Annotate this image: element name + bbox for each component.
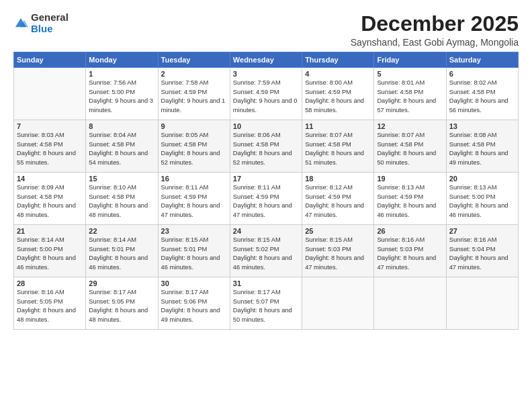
calendar-cell: 6Sunrise: 8:02 AM Sunset: 4:58 PM Daylig…: [446, 68, 518, 120]
calendar-body: 1Sunrise: 7:56 AM Sunset: 5:00 PM Daylig…: [14, 68, 519, 330]
day-info: Sunrise: 8:12 AM Sunset: 4:59 PM Dayligh…: [305, 183, 371, 220]
day-info: Sunrise: 8:16 AM Sunset: 5:03 PM Dayligh…: [377, 236, 443, 272]
day-number: 31: [233, 279, 299, 287]
day-number: 29: [89, 279, 154, 287]
header: General Blue December 2025 Saynshand, Ea…: [13, 12, 519, 48]
calendar-cell: 5Sunrise: 8:01 AM Sunset: 4:58 PM Daylig…: [374, 68, 446, 120]
calendar-cell: [374, 277, 446, 330]
day-info: Sunrise: 8:16 AM Sunset: 5:04 PM Dayligh…: [449, 236, 515, 272]
location-subtitle: Saynshand, East Gobi Aymag, Mongolia: [351, 37, 519, 48]
day-info: Sunrise: 8:11 AM Sunset: 4:59 PM Dayligh…: [233, 183, 299, 220]
calendar-cell: 12Sunrise: 8:07 AM Sunset: 4:58 PM Dayli…: [374, 120, 446, 173]
calendar-header: Sunday Monday Tuesday Wednesday Thursday…: [14, 52, 519, 68]
day-info: Sunrise: 8:04 AM Sunset: 4:58 PM Dayligh…: [89, 131, 154, 167]
month-title: December 2025: [351, 12, 519, 36]
day-info: Sunrise: 8:16 AM Sunset: 5:05 PM Dayligh…: [17, 288, 83, 324]
header-friday: Friday: [374, 52, 446, 68]
calendar-cell: 17Sunrise: 8:11 AM Sunset: 4:59 PM Dayli…: [230, 173, 302, 225]
day-number: 9: [161, 122, 227, 130]
day-info: Sunrise: 8:13 AM Sunset: 5:00 PM Dayligh…: [449, 183, 515, 220]
calendar-cell: 21Sunrise: 8:14 AM Sunset: 5:00 PM Dayli…: [14, 225, 86, 277]
day-info: Sunrise: 8:17 AM Sunset: 5:06 PM Dayligh…: [161, 288, 227, 324]
calendar-week-3: 21Sunrise: 8:14 AM Sunset: 5:00 PM Dayli…: [14, 225, 519, 277]
day-number: 8: [89, 122, 154, 130]
logo-general: General: [31, 12, 69, 24]
day-number: 4: [305, 70, 371, 78]
header-sunday: Sunday: [14, 52, 86, 68]
day-info: Sunrise: 8:14 AM Sunset: 5:00 PM Dayligh…: [17, 236, 83, 272]
day-number: 28: [17, 279, 83, 287]
calendar-cell: 19Sunrise: 8:13 AM Sunset: 4:59 PM Dayli…: [374, 173, 446, 225]
calendar-cell: 11Sunrise: 8:07 AM Sunset: 4:58 PM Dayli…: [302, 120, 374, 173]
day-number: 14: [17, 175, 83, 183]
day-info: Sunrise: 8:15 AM Sunset: 5:03 PM Dayligh…: [305, 236, 371, 272]
calendar-cell: 28Sunrise: 8:16 AM Sunset: 5:05 PM Dayli…: [14, 277, 86, 330]
calendar-cell: 16Sunrise: 8:11 AM Sunset: 4:59 PM Dayli…: [158, 173, 230, 225]
calendar-cell: 2Sunrise: 7:58 AM Sunset: 4:59 PM Daylig…: [158, 68, 230, 120]
day-number: 15: [89, 175, 154, 183]
calendar-cell: 31Sunrise: 8:17 AM Sunset: 5:07 PM Dayli…: [230, 277, 302, 330]
day-number: 6: [449, 70, 515, 78]
day-info: Sunrise: 8:06 AM Sunset: 4:58 PM Dayligh…: [233, 131, 299, 167]
title-block: December 2025 Saynshand, East Gobi Aymag…: [351, 12, 519, 48]
calendar-cell: 25Sunrise: 8:15 AM Sunset: 5:03 PM Dayli…: [302, 225, 374, 277]
day-info: Sunrise: 7:56 AM Sunset: 5:00 PM Dayligh…: [89, 79, 154, 115]
calendar-cell: 30Sunrise: 8:17 AM Sunset: 5:06 PM Dayli…: [158, 277, 230, 330]
day-number: 3: [233, 70, 299, 78]
calendar-cell: 18Sunrise: 8:12 AM Sunset: 4:59 PM Dayli…: [302, 173, 374, 225]
header-tuesday: Tuesday: [158, 52, 230, 68]
day-info: Sunrise: 8:00 AM Sunset: 4:59 PM Dayligh…: [305, 79, 371, 115]
day-info: Sunrise: 8:13 AM Sunset: 4:59 PM Dayligh…: [377, 183, 443, 220]
day-number: 11: [305, 122, 371, 130]
day-info: Sunrise: 8:07 AM Sunset: 4:58 PM Dayligh…: [377, 131, 443, 167]
calendar-cell: 15Sunrise: 8:10 AM Sunset: 4:58 PM Dayli…: [86, 173, 158, 225]
calendar-cell: [302, 277, 374, 330]
logo-text: General Blue: [31, 12, 69, 34]
calendar-week-2: 14Sunrise: 8:09 AM Sunset: 4:58 PM Dayli…: [14, 173, 519, 225]
day-number: 27: [449, 227, 515, 235]
day-number: 13: [449, 122, 515, 130]
day-info: Sunrise: 8:02 AM Sunset: 4:58 PM Dayligh…: [449, 79, 515, 115]
day-info: Sunrise: 8:09 AM Sunset: 4:58 PM Dayligh…: [17, 183, 83, 220]
day-number: 16: [161, 175, 227, 183]
calendar-cell: 7Sunrise: 8:03 AM Sunset: 4:58 PM Daylig…: [14, 120, 86, 173]
day-number: 26: [377, 227, 443, 235]
calendar-cell: 29Sunrise: 8:17 AM Sunset: 5:05 PM Dayli…: [86, 277, 158, 330]
calendar-cell: 14Sunrise: 8:09 AM Sunset: 4:58 PM Dayli…: [14, 173, 86, 225]
calendar-cell: 4Sunrise: 8:00 AM Sunset: 4:59 PM Daylig…: [302, 68, 374, 120]
day-number: 17: [233, 175, 299, 183]
calendar-table: Sunday Monday Tuesday Wednesday Thursday…: [13, 52, 519, 330]
calendar-week-1: 7Sunrise: 8:03 AM Sunset: 4:58 PM Daylig…: [14, 120, 519, 173]
header-monday: Monday: [86, 52, 158, 68]
day-number: 21: [17, 227, 83, 235]
day-number: 12: [377, 122, 443, 130]
calendar-cell: 24Sunrise: 8:15 AM Sunset: 5:02 PM Dayli…: [230, 225, 302, 277]
day-number: 25: [305, 227, 371, 235]
logo-icon: [13, 16, 28, 31]
logo-blue: Blue: [31, 24, 69, 35]
calendar-cell: 13Sunrise: 8:08 AM Sunset: 4:58 PM Dayli…: [446, 120, 518, 173]
day-info: Sunrise: 7:59 AM Sunset: 4:59 PM Dayligh…: [233, 79, 299, 115]
header-wednesday: Wednesday: [230, 52, 302, 68]
header-saturday: Saturday: [446, 52, 518, 68]
header-row: Sunday Monday Tuesday Wednesday Thursday…: [14, 52, 519, 68]
day-number: 1: [89, 70, 154, 78]
day-info: Sunrise: 8:17 AM Sunset: 5:07 PM Dayligh…: [233, 288, 299, 324]
day-info: Sunrise: 8:11 AM Sunset: 4:59 PM Dayligh…: [161, 183, 227, 220]
calendar-cell: 22Sunrise: 8:14 AM Sunset: 5:01 PM Dayli…: [86, 225, 158, 277]
calendar-week-4: 28Sunrise: 8:16 AM Sunset: 5:05 PM Dayli…: [14, 277, 519, 330]
day-info: Sunrise: 8:05 AM Sunset: 4:58 PM Dayligh…: [161, 131, 227, 167]
calendar-cell: 1Sunrise: 7:56 AM Sunset: 5:00 PM Daylig…: [86, 68, 158, 120]
calendar-cell: 9Sunrise: 8:05 AM Sunset: 4:58 PM Daylig…: [158, 120, 230, 173]
day-info: Sunrise: 7:58 AM Sunset: 4:59 PM Dayligh…: [161, 79, 227, 115]
day-number: 24: [233, 227, 299, 235]
day-number: 7: [17, 122, 83, 130]
calendar-cell: 26Sunrise: 8:16 AM Sunset: 5:03 PM Dayli…: [374, 225, 446, 277]
day-info: Sunrise: 8:15 AM Sunset: 5:01 PM Dayligh…: [161, 236, 227, 272]
day-number: 23: [161, 227, 227, 235]
calendar-cell: 27Sunrise: 8:16 AM Sunset: 5:04 PM Dayli…: [446, 225, 518, 277]
day-info: Sunrise: 8:08 AM Sunset: 4:58 PM Dayligh…: [449, 131, 515, 167]
calendar-cell: [14, 68, 86, 120]
calendar-cell: 20Sunrise: 8:13 AM Sunset: 5:00 PM Dayli…: [446, 173, 518, 225]
day-number: 19: [377, 175, 443, 183]
